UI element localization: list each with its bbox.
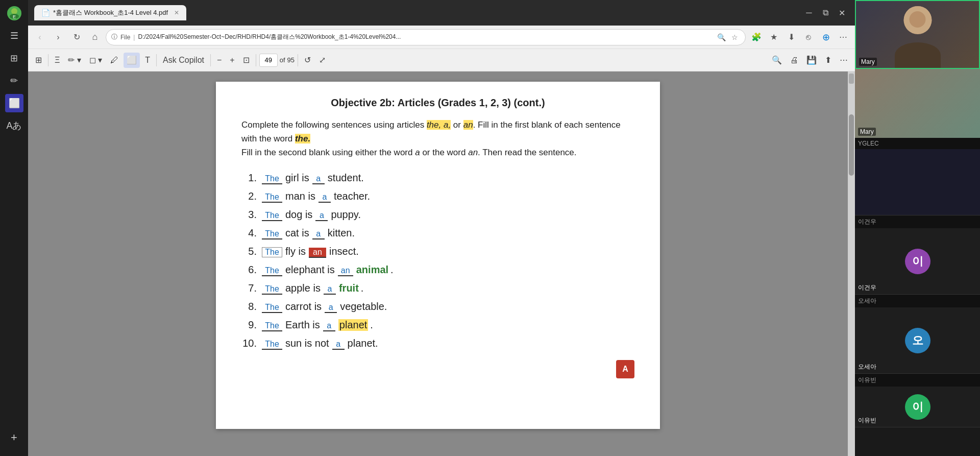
separator-2 xyxy=(156,54,157,66)
star-icon[interactable]: ☆ xyxy=(729,32,740,43)
more-pdf-button[interactable]: ⋯ xyxy=(837,53,851,68)
pdf-title: Objective 2b: Articles (Grades 1, 2, 3) … xyxy=(241,97,634,109)
num-5: 5. xyxy=(241,246,257,257)
shape-button[interactable]: ◻ ▾ xyxy=(86,53,105,68)
num-1: 1. xyxy=(241,172,257,184)
scrollbar-thumb[interactable] xyxy=(849,114,854,176)
page-of-label: of xyxy=(280,56,285,64)
sidebar-annotate-icon[interactable]: ✏ xyxy=(5,71,23,90)
sentence-1: 1. The girl is a student. xyxy=(241,172,634,184)
share-pdf-button[interactable]: ⬆ xyxy=(822,53,835,68)
num-9: 9. xyxy=(241,319,257,331)
page-navigation: of 95 xyxy=(259,54,295,67)
page-number-input[interactable] xyxy=(259,54,278,67)
blank-the-9: The xyxy=(262,321,282,331)
room-name-label: Mary xyxy=(858,128,876,136)
sent-1-text: girl is xyxy=(285,172,309,184)
zoom-out-button[interactable]: − xyxy=(214,53,225,68)
sidebar-text-icon[interactable]: Aあ xyxy=(5,116,23,135)
participant-2-avatar: 오 xyxy=(905,328,930,353)
blank-an-6: an xyxy=(338,266,353,276)
sentence-3: 3. The dog is a puppy. xyxy=(241,209,634,221)
separator-4 xyxy=(256,54,256,66)
share-icon[interactable]: ⎋ xyxy=(801,30,816,45)
search-address-icon[interactable]: 🔍 xyxy=(716,32,727,43)
pdf-scroll-area[interactable]: Objective 2b: Articles (Grades 1, 2, 3) … xyxy=(28,71,848,456)
right-panel: Mary Mary YGLEC 이건우 이 이건우 오세아 오 오세아 이유빈 … xyxy=(855,0,980,456)
sent-3-text: dog is xyxy=(285,209,312,221)
active-tab[interactable]: 📄 *홈클래스 Workbook_초1-4 Level 4.pdf ✕ xyxy=(34,5,186,20)
num-8: 8. xyxy=(241,301,257,313)
print-button[interactable]: 🖨 xyxy=(787,53,801,68)
highlight-button[interactable]: Ξ xyxy=(52,53,63,68)
select-button[interactable]: ⬜ xyxy=(124,53,140,68)
blank-the-10: The xyxy=(262,340,282,350)
pen-button[interactable]: 🖊 xyxy=(107,53,121,68)
sent-5-text: fly is xyxy=(285,246,306,257)
blank-a-2: a xyxy=(318,193,331,203)
blank-the-8: The xyxy=(262,303,282,313)
sent-6-end: . xyxy=(390,264,394,276)
address-separator: | xyxy=(133,34,135,41)
participant-3-card: 이 이유빈 xyxy=(855,387,980,427)
ask-copilot-button[interactable]: Ask Copilot xyxy=(160,53,207,68)
fit-page-button[interactable]: ⊡ xyxy=(240,53,253,68)
sidebar-view-icon[interactable]: ⬜ xyxy=(5,94,23,112)
mary-name-label: Mary xyxy=(859,58,877,66)
sent-3-end: puppy. xyxy=(331,209,361,221)
blank-a-1: a xyxy=(312,174,325,184)
nav-bar: ‹ › ↻ ⌂ ⓘ File | D:/2024/Fall%20Semester… xyxy=(28,26,855,49)
draw-button[interactable]: ✏ ▾ xyxy=(65,53,84,68)
participant-1-name: 이건우 xyxy=(858,283,876,292)
participant-2-card: 오 오세아 xyxy=(855,307,980,374)
left-sidebar: E ☰ ⊞ ✏ ⬜ Aあ + xyxy=(0,0,28,456)
more-options-button[interactable]: ⋯ xyxy=(836,30,851,45)
sent-4-text: cat is xyxy=(285,227,309,239)
home-button[interactable]: ⌂ xyxy=(87,30,103,45)
blank-a-8: a xyxy=(325,303,337,313)
extensions-icon[interactable]: 🧩 xyxy=(749,30,764,45)
download-icon[interactable]: ⬇ xyxy=(783,30,799,45)
forward-button[interactable]: › xyxy=(51,30,66,45)
participant-2-label: 오세아 xyxy=(855,295,980,307)
an-highlight: an xyxy=(463,120,473,130)
fullscreen-button[interactable]: ⤢ xyxy=(316,53,329,68)
save-button[interactable]: 💾 xyxy=(803,53,820,68)
instructions-text-1: Complete the following sentences using a… xyxy=(241,120,427,130)
instructions-text-2: or xyxy=(451,120,463,130)
close-button[interactable]: ✕ xyxy=(835,6,849,20)
sentence-2: 2. The man is a teacher. xyxy=(241,190,634,203)
sent-1-end: student. xyxy=(328,172,364,184)
num-7: 7. xyxy=(241,282,257,294)
separator-1 xyxy=(48,54,48,66)
back-button[interactable]: ‹ xyxy=(32,30,47,45)
maximize-button[interactable]: ⧉ xyxy=(818,6,832,20)
zoom-in-button[interactable]: + xyxy=(227,53,237,68)
favorites-icon[interactable]: ★ xyxy=(766,30,781,45)
sent-6-text: elephant is xyxy=(285,264,335,276)
sidebar-add-button[interactable]: + xyxy=(5,428,23,447)
the-highlight: the. xyxy=(295,134,310,143)
address-bar[interactable]: ⓘ File | D:/2024/Fall%20Semester-Oct~Dec… xyxy=(106,29,746,45)
sidebar-filter-icon[interactable]: ⊞ xyxy=(5,49,23,67)
sentence-7: 7. The apple is a fruit. xyxy=(241,282,634,295)
sidebar-nav-icon[interactable]: ☰ xyxy=(5,27,23,45)
refresh-button[interactable]: ↻ xyxy=(69,30,84,45)
blank-the-1: The xyxy=(262,174,282,184)
search-pdf-button[interactable]: 🔍 xyxy=(769,53,785,68)
blank-a-3: a xyxy=(315,211,328,221)
sidebar-toggle-button[interactable]: ⊞ xyxy=(32,53,45,68)
logo-icon: E xyxy=(5,4,23,22)
tab-close-icon[interactable]: ✕ xyxy=(174,9,179,16)
text-button[interactable]: T xyxy=(142,53,153,68)
sent-7-highlight: fruit xyxy=(339,282,359,294)
minimize-button[interactable]: ─ xyxy=(802,6,816,20)
pdf-scrollbar[interactable] xyxy=(848,71,855,456)
participant-1-card: 이 이건우 xyxy=(855,228,980,295)
sent-8-end: vegetable. xyxy=(340,301,387,313)
edge-icon[interactable]: ⊕ xyxy=(818,30,834,45)
sent-9-text: Earth is xyxy=(285,319,320,331)
participant-3-name: 이유빈 xyxy=(858,416,876,425)
rotate-button[interactable]: ↺ xyxy=(301,53,314,68)
separator-5 xyxy=(298,54,298,66)
